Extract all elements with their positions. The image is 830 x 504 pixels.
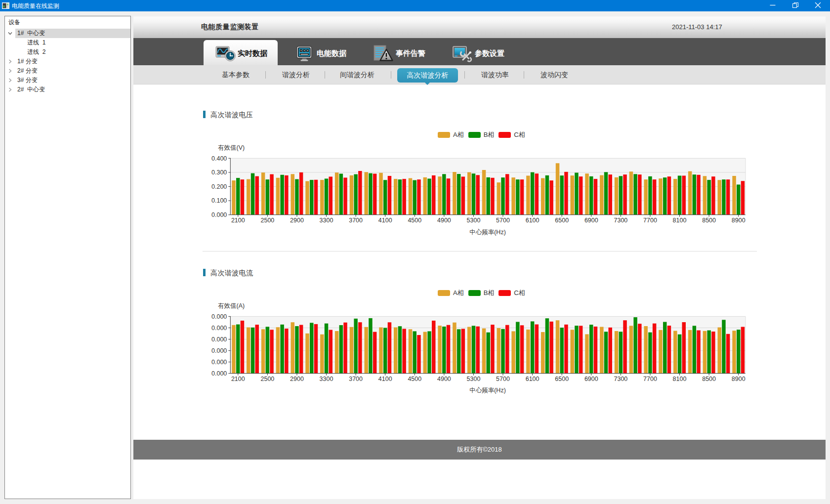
svg-text:0.000: 0.000 [211,211,227,218]
svg-text:6100: 6100 [526,217,540,224]
svg-text:3700: 3700 [349,376,363,382]
svg-text:4500: 4500 [408,217,421,224]
svg-text:0.000: 0.000 [211,313,227,320]
svg-text:8900: 8900 [732,376,746,382]
svg-text:4900: 4900 [437,376,451,382]
svg-text:3300: 3300 [320,376,333,382]
svg-text:6900: 6900 [584,217,598,224]
svg-text:2100: 2100 [231,376,245,382]
svg-text:6900: 6900 [584,376,598,382]
svg-text:7300: 7300 [614,376,627,382]
svg-text:5300: 5300 [467,217,481,224]
svg-text:8100: 8100 [673,376,687,382]
svg-text:6500: 6500 [555,217,569,224]
svg-text:2900: 2900 [290,376,304,382]
svg-text:7300: 7300 [614,217,627,224]
svg-text:6100: 6100 [526,376,540,382]
svg-text:6500: 6500 [555,376,569,382]
svg-text:0.000: 0.000 [211,370,227,377]
svg-text:8100: 8100 [673,217,687,224]
svg-text:3300: 3300 [320,217,333,224]
svg-text:2900: 2900 [290,217,304,224]
svg-text:中心频率(Hz): 中心频率(Hz) [469,229,506,236]
svg-text:7700: 7700 [643,376,657,382]
svg-text:0.100: 0.100 [211,197,227,204]
svg-text:2100: 2100 [231,217,245,224]
svg-text:3700: 3700 [349,217,363,224]
svg-text:2500: 2500 [260,376,274,382]
svg-text:0.300: 0.300 [211,169,227,176]
svg-text:0.400: 0.400 [211,155,227,162]
svg-text:4900: 4900 [437,217,451,224]
svg-text:4100: 4100 [378,376,392,382]
svg-text:0.000: 0.000 [211,325,227,332]
svg-text:中心频率(Hz): 中心频率(Hz) [469,387,506,394]
svg-text:5300: 5300 [467,376,481,382]
svg-text:8500: 8500 [702,217,716,224]
svg-text:8500: 8500 [702,376,716,382]
svg-text:5700: 5700 [496,217,510,224]
svg-text:0.000: 0.000 [211,359,227,366]
svg-text:2500: 2500 [260,217,274,224]
svg-text:5700: 5700 [496,376,510,382]
svg-text:0.000: 0.000 [211,347,227,354]
svg-text:0.200: 0.200 [211,183,227,190]
svg-text:4100: 4100 [378,217,392,224]
svg-text:4500: 4500 [408,376,421,382]
svg-text:0.000: 0.000 [211,336,227,343]
svg-text:7700: 7700 [643,217,657,224]
svg-text:8900: 8900 [732,217,746,224]
